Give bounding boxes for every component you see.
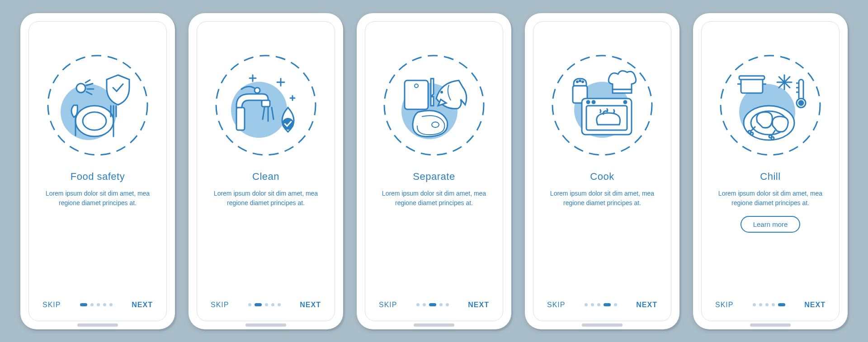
page-dot[interactable] — [614, 303, 617, 306]
svg-rect-38 — [741, 79, 763, 93]
page-dot[interactable] — [278, 303, 281, 306]
page-dot[interactable] — [109, 303, 113, 306]
onboarding-nav: SKIP NEXT — [702, 301, 839, 309]
page-dot[interactable] — [765, 303, 769, 306]
page-dot[interactable] — [248, 303, 251, 306]
page-dot[interactable] — [585, 303, 588, 306]
page-dot[interactable] — [255, 303, 262, 306]
onboarding-description: Lorem ipsum dolor sit dim amet, mea regi… — [207, 189, 325, 208]
onboarding-description: Lorem ipsum dolor sit dim amet, mea regi… — [375, 189, 493, 208]
svg-rect-12 — [262, 100, 270, 107]
skip-button[interactable]: SKIP — [547, 301, 565, 309]
onboarding-title: Cook — [590, 171, 614, 183]
onboarding-description: Lorem ipsum dolor sit dim amet, mea regi… — [39, 189, 156, 208]
food-safety-icon — [46, 53, 150, 157]
page-dot[interactable] — [423, 303, 426, 306]
svg-point-8 — [76, 84, 85, 93]
phone-mockup: Food safety Lorem ipsum dolor sit dim am… — [20, 13, 175, 329]
next-button[interactable]: NEXT — [804, 301, 826, 309]
page-dots — [753, 303, 785, 306]
svg-point-48 — [799, 101, 803, 105]
home-indicator — [414, 323, 454, 327]
page-dot[interactable] — [759, 303, 762, 306]
separate-icon — [382, 53, 486, 157]
svg-rect-46 — [799, 80, 803, 100]
phone-mockup: Clean Lorem ipsum dolor sit dim amet, me… — [189, 13, 343, 329]
learn-more-button[interactable]: Learn more — [741, 216, 801, 233]
skip-button[interactable]: SKIP — [715, 301, 733, 309]
next-button[interactable]: NEXT — [468, 301, 489, 309]
page-dot[interactable] — [591, 303, 594, 306]
page-dot[interactable] — [429, 303, 436, 306]
onboarding-description: Lorem ipsum dolor sit dim amet, mea regi… — [712, 189, 829, 208]
phone-mockup: Chill Lorem ipsum dolor sit dim amet, me… — [693, 13, 848, 329]
svg-rect-20 — [405, 80, 428, 109]
onboarding-screen-cook: Cook Lorem ipsum dolor sit dim amet, mea… — [533, 21, 671, 321]
page-dot[interactable] — [753, 303, 756, 306]
page-dots — [248, 303, 281, 306]
svg-point-13 — [255, 88, 260, 93]
next-button[interactable]: NEXT — [132, 301, 153, 309]
next-button[interactable]: NEXT — [636, 301, 657, 309]
home-indicator — [77, 323, 118, 327]
onboarding-nav: SKIP NEXT — [29, 301, 166, 309]
onboarding-title: Clean — [252, 171, 279, 183]
page-dot[interactable] — [90, 303, 94, 306]
onboarding-description: Lorem ipsum dolor sit dim amet, mea regi… — [543, 189, 661, 208]
svg-rect-39 — [739, 76, 764, 80]
svg-rect-30 — [613, 89, 632, 93]
svg-point-28 — [580, 80, 581, 81]
svg-point-35 — [624, 101, 627, 103]
onboarding-nav: SKIP NEXT — [533, 301, 671, 309]
onboarding-nav: SKIP NEXT — [365, 301, 503, 309]
page-dot[interactable] — [597, 303, 600, 306]
phone-mockup: Separate Lorem ipsum dolor sit dim amet,… — [357, 13, 511, 329]
page-dot[interactable] — [103, 303, 106, 306]
onboarding-screen-food-safety: Food safety Lorem ipsum dolor sit dim am… — [28, 21, 167, 321]
page-dot[interactable] — [772, 303, 775, 306]
svg-point-55 — [750, 132, 753, 135]
page-dot[interactable] — [80, 303, 87, 306]
page-dot[interactable] — [271, 303, 274, 306]
clean-icon — [214, 53, 318, 157]
onboarding-screen-separate: Separate Lorem ipsum dolor sit dim amet,… — [365, 21, 503, 321]
onboarding-nav: SKIP NEXT — [197, 301, 335, 309]
page-dot[interactable] — [97, 303, 100, 306]
onboarding-screen-clean: Clean Lorem ipsum dolor sit dim amet, me… — [197, 21, 335, 321]
skip-button[interactable]: SKIP — [379, 301, 397, 309]
page-dots — [585, 303, 617, 306]
home-indicator — [582, 323, 623, 327]
page-dot[interactable] — [416, 303, 420, 306]
page-dot[interactable] — [778, 303, 785, 306]
onboarding-title: Chill — [760, 171, 780, 183]
page-dot[interactable] — [446, 303, 449, 306]
svg-point-17 — [282, 118, 294, 130]
page-dot[interactable] — [265, 303, 268, 306]
page-dot[interactable] — [439, 303, 443, 306]
chill-icon — [718, 53, 822, 157]
svg-point-2 — [75, 106, 113, 136]
home-indicator — [750, 323, 791, 327]
page-dot[interactable] — [604, 303, 611, 306]
page-dots — [416, 303, 449, 306]
svg-point-27 — [577, 81, 578, 82]
svg-point-29 — [582, 81, 584, 82]
onboarding-title: Separate — [413, 171, 455, 183]
next-button[interactable]: NEXT — [300, 301, 321, 309]
svg-point-57 — [771, 137, 774, 140]
page-dots — [80, 303, 113, 306]
home-indicator — [245, 323, 286, 327]
svg-point-34 — [592, 101, 595, 103]
onboarding-title: Food safety — [71, 171, 125, 183]
onboarding-screen-chill: Chill Lorem ipsum dolor sit dim amet, me… — [701, 21, 840, 321]
skip-button[interactable]: SKIP — [211, 301, 229, 309]
svg-point-33 — [587, 101, 590, 103]
cook-icon — [550, 53, 654, 157]
skip-button[interactable]: SKIP — [42, 301, 61, 309]
phone-mockup: Cook Lorem ipsum dolor sit dim amet, mea… — [525, 13, 679, 329]
svg-rect-11 — [236, 108, 245, 130]
svg-point-22 — [440, 91, 443, 94]
